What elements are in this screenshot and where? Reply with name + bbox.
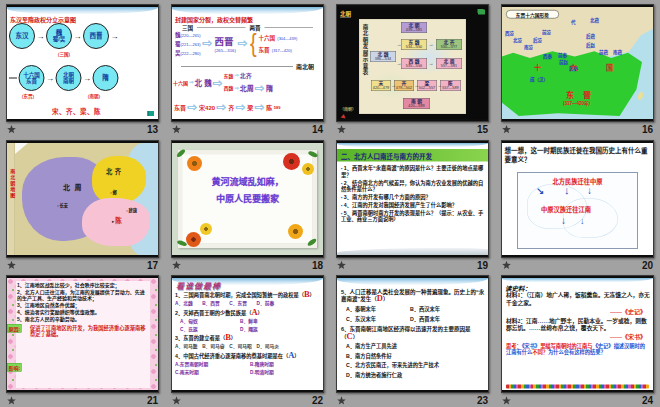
arrow-icon: → xyxy=(429,41,434,47)
hollow-arrow-icon: ⇨ xyxy=(217,101,227,113)
slide-23-footer: 23 xyxy=(337,395,488,406)
box-nanchao: 南 朝420—589 xyxy=(403,98,430,109)
dynasty-circle-shiliuguo-dongjin: 十六国东晋 xyxy=(19,65,45,91)
slide-24-thumbnail[interactable]: 读史料： 材料1：（江南）地广人稀，饭稻羹鱼。无冻饿之人，亦无千金之家。 ——《… xyxy=(501,275,654,393)
arrow-icon: → xyxy=(111,32,119,41)
slide-19-footer: 19 xyxy=(337,260,488,271)
slide-22-footer: 22 xyxy=(172,395,323,406)
slide-22: 看谁做最棒 1、三国两晋南北朝时期，完成全国短暂统一的政权是（B） A．北魏 B… xyxy=(172,278,323,390)
arrow-icon: → xyxy=(37,32,45,41)
map-label: 前燕 xyxy=(599,49,608,56)
split-column: 十六国 (304—439) 东晋 (317—420) xyxy=(259,33,298,54)
option: C．北方农民南迁，带来先进的生产技术 xyxy=(346,361,485,369)
animation-indicator-icon[interactable] xyxy=(172,396,181,405)
template-wave-decoration xyxy=(337,143,488,148)
question-1: 1、三国两晋南北朝时期，完成全国短暂统一的政权是（B） xyxy=(175,291,321,299)
dates-xijin: (265—316) xyxy=(215,48,236,53)
footer-wave-decoration xyxy=(337,248,488,255)
arrow-icon: ⇒ xyxy=(189,79,194,86)
animation-indicator-icon[interactable] xyxy=(502,261,511,270)
hollow-arrow-icon: ⇨ xyxy=(203,37,213,49)
eastern-jin-label: 东晋 xyxy=(566,88,600,100)
slide-14: 封建国家分裂，政权交替频繁 三国 两晋 魏(220—265) 蜀(221—263… xyxy=(172,7,323,119)
map-label: 后凉 xyxy=(533,37,542,44)
vertical-map-title: 南北朝地图 xyxy=(9,169,17,199)
arrow-icon: → xyxy=(83,74,91,83)
label-beiwei: 北 魏 xyxy=(195,77,212,88)
arrow-icon: → xyxy=(414,82,419,88)
label-liang: 梁 xyxy=(247,103,253,112)
animation-indicator-icon[interactable] xyxy=(7,261,16,270)
annotation: （南朝） xyxy=(85,93,103,100)
question-item: 3、南方的开发有哪几个方面的原因？ xyxy=(341,193,486,199)
powerpoint-slide-sorter: 东汉至隋政权分立示意图 东汉 → 魏蜀/吴 → 西晋 → （三国） 十六国东晋 … xyxy=(0,0,660,407)
reason-item: 3、江南地区自然条件优越； xyxy=(17,303,149,309)
slide-13: 东汉至隋政权分立示意图 东汉 → 魏蜀/吴 → 西晋 → （三国） 十六国东晋 … xyxy=(7,7,158,119)
map-label: 前凉 xyxy=(542,29,551,36)
option: B．鲜卑 xyxy=(240,317,321,324)
box-beizhou: 北 周557—581 xyxy=(436,58,462,69)
dynasty-circle-donghan: 东汉 xyxy=(9,23,35,49)
animation-indicator-icon[interactable] xyxy=(172,261,181,270)
northern-dynasties-row: 十六国 ⇒ 北 魏 ⇨ 东魏⇒北齐 西魏⇒北周⇨隋 xyxy=(173,71,273,94)
dynasty-circle-beichao-nanchao: 北朝南朝 xyxy=(56,65,82,91)
material-1-source: ——《史记》 xyxy=(506,307,646,316)
dates-chen: 589 xyxy=(274,105,281,110)
slide-16-thumbnail[interactable]: 东晋十六国形势 代 北燕 西凉 北凉 前凉 后凉 南凉 西秦 前秦 前赵 后赵 … xyxy=(501,4,654,122)
slide-number: 17 xyxy=(147,260,158,271)
city-label-changan: 长安 xyxy=(57,202,68,208)
box-beiqi: 北 齐550—577 xyxy=(436,39,462,50)
slide-number: 15 xyxy=(477,124,488,135)
slide-15-thumbnail[interactable]: 北朝 南北朝发展示意表 北 朝439—581 北 魏386—534 东 魏534… xyxy=(336,4,489,122)
sixteen-kingdoms-label: 十六国 xyxy=(534,62,642,72)
slide-13-thumbnail[interactable]: 东汉至隋政权分立示意图 东汉 → 魏蜀/吴 → 西晋 → （三国） 十六国东晋 … xyxy=(6,4,159,122)
question-1-options: A．北魏 B．西晋 C．东晋 D．前秦 xyxy=(175,300,321,307)
hollow-arrow-icon: ⇨ xyxy=(236,101,246,113)
animation-indicator-icon[interactable] xyxy=(337,396,346,405)
slide-14-cell: 封建国家分裂，政权交替频繁 三国 两晋 魏(220—265) 蜀(221—263… xyxy=(165,0,330,136)
slide-22-thumbnail[interactable]: 看谁做最棒 1、三国两晋南北朝时期，完成全国短暂统一的政权是（B） A．北魏 B… xyxy=(171,275,324,393)
hollow-arrow-icon: ⇨ xyxy=(255,101,265,113)
label-beizhou: 北周 xyxy=(240,83,254,93)
slide-17-thumbnail[interactable]: 南北朝地图 北周 北齐 陈 长安 邺 建康 xyxy=(6,140,159,258)
slide-13-footer: 13 xyxy=(7,124,158,135)
animation-indicator-icon[interactable] xyxy=(172,125,181,134)
slide-23-thumbnail[interactable]: 5、人口迁移是人类社会发展的一种普遍现象。历史上的“永嘉南渡”发生（D） A．秦… xyxy=(336,275,489,393)
animation-indicator-icon[interactable] xyxy=(7,396,16,405)
label-chen: 陈 xyxy=(112,215,122,225)
reason-item: 4、统治者实行奖励耕织等优惠政策。 xyxy=(17,310,149,316)
slide-14-thumbnail[interactable]: 封建国家分裂，政权交替频繁 三国 两晋 魏(220—265) 蜀(221—263… xyxy=(171,4,324,122)
dates-shiliuguo: (304—439) xyxy=(277,36,297,41)
animation-indicator-icon[interactable] xyxy=(337,261,346,270)
animation-indicator-icon[interactable] xyxy=(7,125,16,134)
map-label: 西凉 xyxy=(505,30,514,37)
slide-16: 东晋十六国形势 代 北燕 西凉 北凉 前凉 后凉 南凉 西秦 前秦 前赵 后赵 … xyxy=(502,7,653,119)
hollow-arrow-icon: ⇨ xyxy=(255,82,265,94)
animation-indicator-icon[interactable] xyxy=(337,125,346,134)
label-beiqi: 北齐 xyxy=(240,71,252,80)
label-dongjin: 东晋 xyxy=(259,47,270,53)
slide-21-thumbnail[interactable]: 1、江南地区战乱比较少，社会秩序比较安定； 2、北方人口迁往江南，为江南的发展提… xyxy=(6,275,159,393)
slide-18-thumbnail[interactable]: 黄河流域乱如麻， 中原人民要搬家 xyxy=(171,140,324,258)
option: B．南方自然条件好 xyxy=(346,352,485,360)
animation-indicator-icon[interactable] xyxy=(502,396,511,405)
template-wave-decoration xyxy=(337,278,488,286)
arrow-icon: ⇒ xyxy=(234,72,239,79)
slide-20-thumbnail[interactable]: 想一想，这一时期民族迁徙在我国历史上有什么重要意义？ 北方民族迁往中原 ↘ ↓ … xyxy=(501,140,654,258)
flag-icon xyxy=(148,111,155,116)
box-chen: 陈557—589 xyxy=(440,80,461,91)
question-2-options: A．匈奴B．鲜卑 C．氐族D．羯族 xyxy=(180,317,321,332)
slide-23-cell: 5、人口迁移是人类社会发展的一种普遍现象。历史上的“永嘉南渡”发生（D） A．秦… xyxy=(330,271,495,407)
slide-19-thumbnail[interactable]: 二、北方人口南迁与南方的开发 1、西晋末年“永嘉南渡”的原因是什么？主要迁徙的地… xyxy=(336,140,489,258)
question-6: 6、东晋南朝江南地区经济得以迅速开发的主要原因是（C） xyxy=(341,326,485,341)
option: D.明清时期 xyxy=(250,369,321,376)
animation-indicator-icon[interactable] xyxy=(502,125,511,134)
slide-24-cell: 读史料： 材料1：（江南）地广人稀，饭稻羹鱼。无冻饿之人，亦无千金之家。 ——《… xyxy=(495,271,660,407)
slide-17-cell: 南北朝地图 北周 北齐 陈 长安 邺 建康 17 xyxy=(0,136,165,272)
slide-number: 19 xyxy=(477,260,488,271)
beiqi-region xyxy=(92,156,146,204)
label-song: 宋420 xyxy=(199,103,215,112)
question-4-options: A.东晋南朝时期B.隋唐时期 C.南宋时期D.明清时期 xyxy=(175,361,321,376)
question-item: 2、结合南北方的气候差异，你认为南方农业发展的优越的自然条件是什么？ xyxy=(341,179,486,192)
question-3: 3、东晋的建立者是（B） xyxy=(175,334,321,342)
